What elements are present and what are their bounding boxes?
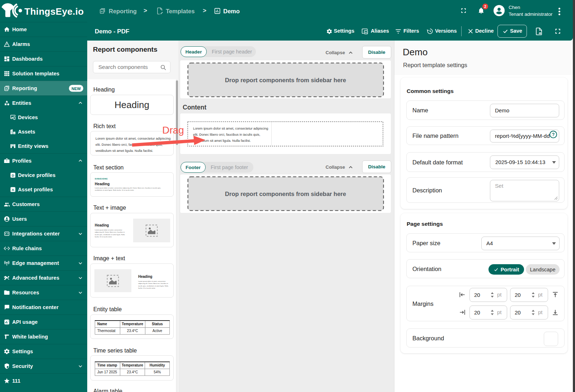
svg-text:?: ? — [552, 132, 555, 137]
svg-text:D: D — [11, 173, 14, 177]
svg-text:A: A — [11, 188, 14, 192]
